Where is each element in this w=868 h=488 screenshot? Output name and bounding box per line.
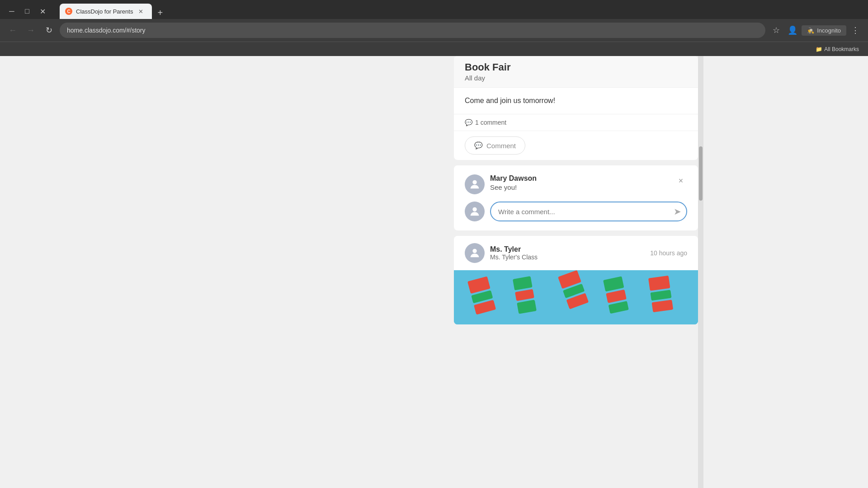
incognito-button[interactable]: 🕵 Incognito	[802, 25, 846, 36]
event-title: Book Fair	[465, 61, 687, 73]
comment-input-row: ➤	[465, 202, 687, 221]
comment-section: Mary Dawson See you! ×	[454, 165, 698, 230]
event-post-card: Book Fair All day Come and join us tomor…	[454, 56, 698, 160]
window-controls: ─ □ ✕	[5, 5, 49, 18]
comment-author: Mary Dawson	[490, 174, 687, 183]
minimize-button[interactable]: ─	[5, 5, 18, 18]
post2-author-avatar	[465, 243, 485, 263]
comment-input[interactable]	[491, 203, 668, 220]
comment-btn-row: 💬 Comment	[454, 131, 698, 160]
comment-text: See you!	[490, 183, 687, 191]
svg-point-2	[472, 249, 476, 253]
scrollbar-thumb[interactable]	[699, 146, 703, 201]
tab-title: ClassDojo for Parents	[76, 8, 133, 15]
event-subtitle: All day	[465, 74, 687, 82]
comment-icon: 💬	[474, 141, 483, 150]
tab-bar: C ClassDojo for Parents ✕ +	[54, 4, 172, 19]
bookmarks-bar: 📁 All Bookmarks	[0, 42, 868, 56]
forward-button[interactable]: →	[24, 23, 38, 38]
post2-author-info: Ms. Tyler Ms. Tyler's Class	[490, 245, 645, 261]
profile-button[interactable]: 👤	[785, 23, 800, 38]
current-user-avatar	[465, 202, 485, 221]
comment-item: Mary Dawson See you! ×	[465, 174, 687, 194]
incognito-icon: 🕵	[807, 27, 814, 34]
event-description: Come and join us tomorrow!	[454, 88, 698, 114]
browser-toolbar: ← → ↻ ☆ 👤 🕵 Incognito ⋮	[0, 19, 868, 42]
comment-content: Mary Dawson See you!	[490, 174, 687, 191]
delete-comment-button[interactable]: ×	[675, 174, 687, 187]
comment-count: 1 comment	[475, 119, 506, 126]
tab-close-button[interactable]: ✕	[137, 7, 145, 15]
post2-image	[454, 270, 698, 324]
comment-input-wrapper: ➤	[490, 202, 687, 221]
svg-point-0	[472, 180, 476, 184]
refresh-button[interactable]: ↻	[42, 23, 56, 38]
commenter-avatar	[465, 174, 485, 194]
second-post-card: Ms. Tyler Ms. Tyler's Class 10 hours ago	[454, 236, 698, 324]
maximize-button[interactable]: □	[21, 5, 33, 18]
back-button[interactable]: ←	[5, 23, 20, 38]
all-bookmarks-item[interactable]: 📁 All Bookmarks	[812, 45, 863, 53]
send-comment-button[interactable]: ➤	[668, 202, 686, 221]
bookmark-folder-icon: 📁	[816, 46, 822, 52]
address-bar[interactable]	[60, 23, 765, 38]
left-panel	[165, 56, 454, 488]
comment-button[interactable]: 💬 Comment	[465, 136, 525, 155]
right-scrollbar[interactable]	[698, 56, 703, 488]
bookmark-star-button[interactable]: ☆	[769, 23, 783, 38]
browser-chrome: ─ □ ✕ C ClassDojo for Parents ✕ + ← → ↻	[0, 0, 868, 56]
new-tab-button[interactable]: +	[154, 6, 166, 19]
send-icon: ➤	[674, 206, 681, 217]
close-window-button[interactable]: ✕	[36, 5, 49, 18]
comment-count-row: 💬 1 comment	[454, 114, 698, 131]
page-content: Book Fair All day Come and join us tomor…	[0, 56, 868, 488]
post2-header: Ms. Tyler Ms. Tyler's Class 10 hours ago	[454, 236, 698, 270]
toolbar-right: ☆ 👤 🕵 Incognito ⋮	[769, 23, 863, 38]
post2-class: Ms. Tyler's Class	[490, 253, 645, 261]
event-header: Book Fair All day	[454, 56, 698, 88]
title-bar: ─ □ ✕ C ClassDojo for Parents ✕ +	[0, 0, 868, 19]
post2-author-name: Ms. Tyler	[490, 245, 645, 253]
menu-button[interactable]: ⋮	[848, 23, 863, 38]
tab-favicon: C	[65, 8, 72, 15]
main-content: Book Fair All day Come and join us tomor…	[454, 56, 698, 488]
comment-count-icon: 💬	[465, 119, 472, 126]
svg-point-1	[472, 207, 476, 211]
active-tab[interactable]: C ClassDojo for Parents ✕	[60, 4, 152, 19]
post2-time: 10 hours ago	[650, 249, 687, 257]
